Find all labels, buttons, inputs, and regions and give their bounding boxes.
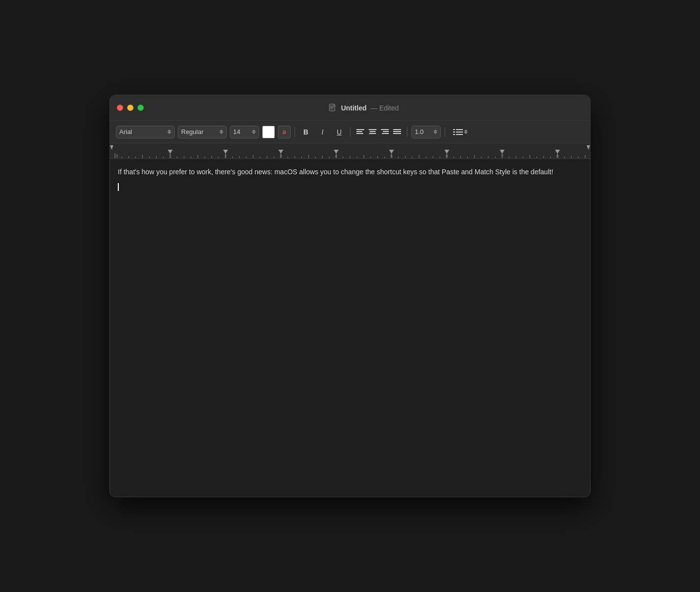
align-justify-button[interactable] (391, 126, 403, 138)
separator-4 (445, 127, 445, 137)
svg-rect-8 (369, 129, 377, 130)
bold-button[interactable]: B (299, 126, 313, 138)
font-family-label: Arial (119, 128, 163, 135)
ruler (110, 143, 590, 159)
svg-rect-17 (453, 129, 455, 130)
ruler-inner (110, 143, 590, 159)
list-arrows (464, 130, 468, 134)
underline-button[interactable]: U (332, 126, 346, 138)
align-center-button[interactable] (367, 126, 378, 138)
svg-rect-15 (393, 131, 401, 132)
align-right-button[interactable] (379, 126, 391, 138)
svg-rect-18 (456, 129, 463, 130)
svg-rect-11 (381, 129, 389, 130)
arrow-down-icon (219, 132, 223, 134)
svg-rect-20 (456, 132, 463, 133)
svg-rect-14 (393, 129, 401, 130)
cursor-line (118, 183, 582, 191)
svg-rect-12 (383, 131, 389, 132)
window-title: Untitled (341, 104, 367, 112)
arrow-down-icon (464, 132, 468, 134)
arrow-up-icon (167, 130, 171, 132)
svg-rect-7 (356, 133, 363, 134)
separator-1 (295, 127, 295, 137)
app-window: Untitled — Edited Arial Regular 14 (109, 95, 591, 497)
line-spacing-select[interactable]: 1.0 (411, 126, 441, 138)
align-group (354, 126, 403, 138)
maximize-button[interactable] (137, 105, 144, 111)
svg-rect-21 (453, 134, 455, 135)
text-bg-label: a (282, 128, 286, 135)
line-spacing-label: 1.0 (415, 128, 430, 135)
list-button[interactable] (449, 126, 472, 138)
font-size-select[interactable]: 14 (230, 126, 259, 138)
font-style-arrows (219, 130, 223, 134)
text-cursor (118, 183, 119, 191)
separator-2 (350, 127, 350, 137)
toolbar: Arial Regular 14 a (110, 121, 590, 143)
font-size-label: 14 (233, 128, 248, 135)
svg-rect-10 (369, 133, 376, 134)
svg-rect-19 (453, 132, 455, 133)
ruler-canvas (110, 143, 590, 159)
arrow-up-icon (433, 130, 437, 132)
editor-scroll[interactable]: If that's how you prefer to work, there'… (110, 159, 590, 497)
paragraph-1: If that's how you prefer to work, there'… (118, 167, 582, 177)
traffic-lights (117, 105, 144, 111)
arrow-up-icon (219, 130, 223, 132)
svg-rect-16 (393, 133, 401, 134)
titlebar: Untitled — Edited (110, 95, 590, 121)
title-area: Untitled — Edited (144, 104, 583, 112)
arrow-down-icon (252, 132, 256, 134)
document-icon (328, 104, 337, 112)
close-button[interactable] (117, 105, 123, 111)
font-family-arrows (167, 130, 171, 134)
arrow-down-icon (167, 132, 171, 134)
arrow-up-icon (252, 130, 256, 132)
font-style-label: Regular (181, 128, 215, 135)
svg-rect-5 (356, 129, 364, 130)
arrow-up-icon (464, 130, 468, 132)
font-family-select[interactable]: Arial (116, 126, 175, 138)
text-color-swatch[interactable] (262, 126, 275, 138)
align-left-button[interactable] (354, 126, 366, 138)
editor-wrapper: If that's how you prefer to work, there'… (110, 159, 590, 497)
svg-rect-22 (456, 134, 463, 135)
window-edited-status: — Edited (371, 104, 399, 112)
line-spacing-arrows (433, 130, 437, 134)
svg-rect-9 (370, 131, 376, 132)
font-size-arrows (252, 130, 256, 134)
minimize-button[interactable] (127, 105, 134, 111)
svg-rect-13 (382, 133, 389, 134)
editor-content[interactable]: If that's how you prefer to work, there'… (110, 159, 590, 497)
italic-button[interactable]: I (316, 126, 329, 138)
text-background-button[interactable]: a (278, 126, 291, 138)
font-style-select[interactable]: Regular (178, 126, 227, 138)
svg-rect-6 (356, 131, 362, 132)
arrow-down-icon (433, 132, 437, 134)
separator-3 (407, 127, 407, 137)
